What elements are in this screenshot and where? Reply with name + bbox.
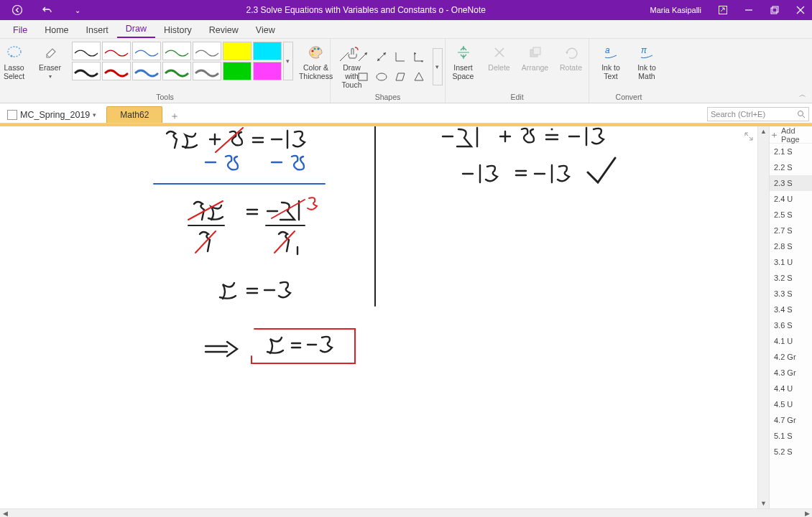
lasso-icon xyxy=(4,43,24,62)
ink-to-math-button[interactable]: π Ink to Math xyxy=(629,42,664,82)
page-item[interactable]: 4.7 Gr xyxy=(770,412,812,428)
ink-to-text-icon: a xyxy=(601,43,621,62)
insert-space-button[interactable]: Insert Space xyxy=(446,42,481,82)
search-icon xyxy=(797,110,806,118)
svg-line-13 xyxy=(340,52,349,61)
rotate-icon xyxy=(561,43,581,62)
svg-rect-16 xyxy=(359,73,367,80)
svg-line-31 xyxy=(195,231,216,253)
svg-text:a: a xyxy=(605,45,610,55)
scroll-down-icon[interactable]: ▼ xyxy=(758,498,769,508)
page-item[interactable]: 3.6 S xyxy=(770,317,812,333)
page-item[interactable]: 3.4 S xyxy=(770,302,812,317)
pen-gallery[interactable] xyxy=(72,42,221,80)
ink-to-math-icon: π xyxy=(637,43,657,62)
svg-point-10 xyxy=(313,47,315,50)
page-item[interactable]: 2.3 S xyxy=(770,175,812,191)
scroll-up-icon[interactable]: ▲ xyxy=(758,126,769,136)
delete-button: Delete xyxy=(482,42,517,73)
svg-point-17 xyxy=(377,73,387,80)
svg-text:π: π xyxy=(641,45,647,55)
horizontal-scrollbar[interactable]: ◀ ▶ xyxy=(0,508,812,517)
search-input[interactable]: Search (Ctrl+E) xyxy=(707,107,809,121)
page-item[interactable]: 5.2 S xyxy=(770,444,812,460)
page-item[interactable]: 4.2 Gr xyxy=(770,349,812,365)
eraser-icon xyxy=(40,43,60,62)
svg-line-24 xyxy=(803,116,805,118)
maximize-icon[interactable] xyxy=(763,0,786,20)
eraser-button[interactable]: Eraser ▾ xyxy=(33,42,68,81)
quickaccess-more-icon[interactable]: ⌄ xyxy=(66,0,89,20)
group-label-edit: Edit xyxy=(510,91,523,101)
svg-rect-4 xyxy=(772,6,778,12)
notebook-icon xyxy=(7,110,17,120)
note-canvas[interactable] xyxy=(0,126,757,508)
tab-insert[interactable]: Insert xyxy=(78,22,117,38)
color-thickness-button[interactable]: Color & Thickness xyxy=(299,42,333,82)
svg-line-32 xyxy=(274,231,295,253)
pen-gallery-more[interactable]: ▾ xyxy=(283,42,293,80)
tab-view[interactable]: View xyxy=(247,22,284,38)
ink-layer xyxy=(0,126,755,507)
tab-draw[interactable]: Draw xyxy=(117,21,155,38)
close-icon[interactable] xyxy=(789,0,812,20)
shapes-more[interactable]: ▾ xyxy=(433,48,443,85)
section-tab[interactable]: Math62 xyxy=(106,106,162,123)
page-item[interactable]: 5.1 S xyxy=(770,428,812,444)
svg-rect-20 xyxy=(533,47,540,55)
user-name[interactable]: Maria Kasipalli xyxy=(642,6,709,14)
scroll-left-icon[interactable]: ◀ xyxy=(0,510,10,517)
page-item[interactable]: 2.1 S xyxy=(770,144,812,159)
minimize-icon[interactable] xyxy=(737,0,760,20)
svg-rect-3 xyxy=(771,8,777,14)
page-item[interactable]: 2.4 U xyxy=(770,191,812,207)
page-item[interactable]: 2.8 S xyxy=(770,238,812,254)
add-page-label: Add Page xyxy=(781,126,812,144)
svg-rect-1 xyxy=(719,6,727,14)
tab-home[interactable]: Home xyxy=(36,22,77,38)
window-title: 2.3 Solve Equations with Variables and C… xyxy=(89,5,642,15)
notebook-name: MC_Spring_2019 xyxy=(20,110,90,120)
shapes-gallery[interactable] xyxy=(333,47,430,87)
page-item[interactable]: 4.1 U xyxy=(770,333,812,349)
page-item[interactable]: 2.5 S xyxy=(770,207,812,223)
group-label-convert: Convert xyxy=(616,91,642,101)
svg-point-11 xyxy=(317,47,319,50)
arrange-button: Arrange xyxy=(518,42,553,73)
tab-history[interactable]: History xyxy=(155,22,200,38)
page-item[interactable]: 2.2 S xyxy=(770,159,812,175)
highlighter-gallery[interactable] xyxy=(223,42,282,80)
lasso-select-button[interactable]: Lasso Select xyxy=(0,42,32,82)
ribbon-collapse-icon[interactable]: ︿ xyxy=(799,90,806,100)
page-item[interactable]: 4.4 U xyxy=(770,381,812,396)
notebook-picker[interactable]: MC_Spring_2019 ▾ xyxy=(0,107,103,123)
add-page-button[interactable]: ＋ Add Page xyxy=(770,126,812,144)
page-item[interactable]: 4.5 U xyxy=(770,396,812,412)
page-item[interactable]: 4.3 Gr xyxy=(770,365,812,381)
tab-file[interactable]: File xyxy=(4,22,36,38)
insert-space-icon xyxy=(453,43,474,62)
tab-review[interactable]: Review xyxy=(200,22,247,38)
page-item[interactable]: 2.7 S xyxy=(770,223,812,238)
rotate-button: Rotate xyxy=(554,42,589,73)
arrange-icon xyxy=(525,43,545,62)
group-label-shapes: Shapes xyxy=(375,91,401,101)
plus-icon: ＋ xyxy=(770,129,779,141)
scroll-right-icon[interactable]: ▶ xyxy=(802,510,812,517)
search-placeholder: Search (Ctrl+E) xyxy=(711,110,765,118)
page-item[interactable]: 3.2 S xyxy=(770,270,812,286)
svg-point-34 xyxy=(551,129,553,131)
page-item[interactable]: 3.3 S xyxy=(770,286,812,302)
vertical-scrollbar[interactable]: ▲ ▼ xyxy=(757,126,769,508)
ink-to-text-button[interactable]: a Ink to Text xyxy=(594,42,628,82)
back-icon[interactable] xyxy=(6,0,29,20)
add-section-button[interactable]: ＋ xyxy=(167,110,183,123)
window-options-icon[interactable] xyxy=(711,0,734,20)
page-item[interactable]: 3.1 U xyxy=(770,254,812,270)
group-label-tools: Tools xyxy=(156,91,174,101)
palette-icon xyxy=(306,43,326,62)
svg-point-0 xyxy=(13,6,22,15)
undo-icon[interactable] xyxy=(36,0,59,20)
svg-point-12 xyxy=(311,53,313,55)
svg-point-8 xyxy=(10,55,12,57)
